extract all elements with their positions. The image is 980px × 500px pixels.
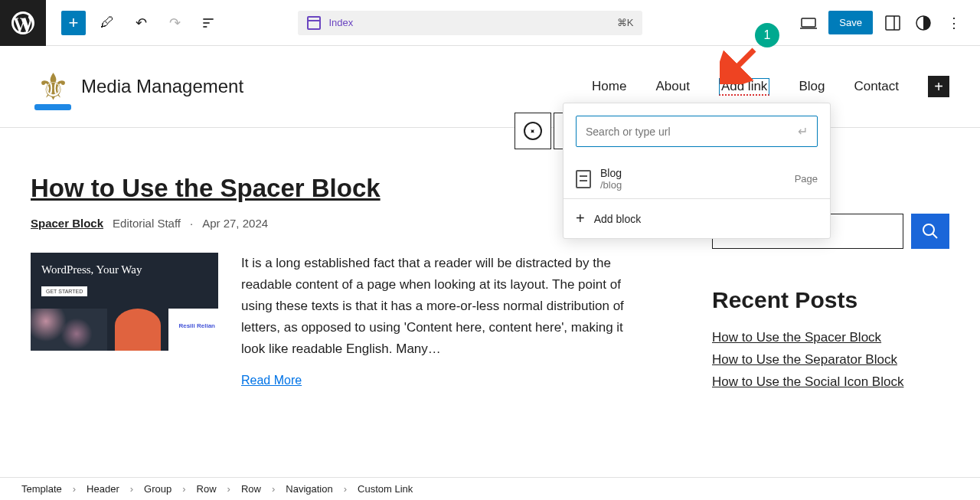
svg-line-9: [727, 50, 754, 77]
site-title[interactable]: Media Management: [81, 76, 243, 97]
add-block-label: Add block: [594, 213, 641, 225]
toolbar-left-group: + 🖊 ↶ ↷: [46, 11, 220, 35]
chevron-right-icon: ›: [344, 483, 347, 495]
thumb-card-text: Resili Relian: [178, 322, 215, 329]
link-search-input[interactable]: [586, 126, 798, 138]
site-brand: Media Management: [31, 64, 243, 109]
breadcrumb-item[interactable]: Group: [144, 483, 172, 495]
sidebar-recent-title: Recent Posts: [712, 287, 949, 313]
post-thumbnail[interactable]: WordPress, Your Way GET STARTED Resili R…: [31, 253, 218, 351]
view-device-icon[interactable]: [798, 12, 819, 34]
site-header: Media Management Home About Add link Blo…: [0, 46, 980, 128]
command-shortcut: ⌘K: [617, 17, 634, 28]
page-icon: [576, 170, 591, 188]
plus-icon: +: [576, 210, 585, 227]
toolbar-right-group: Save ⋮: [798, 11, 980, 34]
chevron-right-icon: ›: [272, 483, 275, 495]
save-button[interactable]: Save: [828, 11, 873, 34]
styles-icon[interactable]: [913, 12, 934, 34]
redo-button[interactable]: ↷: [162, 11, 187, 35]
breadcrumb-item[interactable]: Header: [87, 483, 119, 495]
recent-post-link[interactable]: How to Use the Spacer Block: [712, 327, 949, 349]
svg-line-11: [933, 234, 937, 238]
popover-add-block[interactable]: + Add block: [564, 199, 830, 238]
svg-point-10: [923, 224, 934, 235]
chevron-right-icon: ›: [130, 483, 133, 495]
page-content: How to Use the Spacer Block Spacer Block…: [0, 128, 980, 394]
thumb-heading: WordPress, Your Way: [41, 263, 142, 276]
read-more-link[interactable]: Read More: [241, 374, 302, 387]
list-view-icon[interactable]: [196, 11, 220, 35]
post-author: Editorial Staff: [113, 217, 181, 230]
recent-post-link[interactable]: How to Use the Social Icon Block: [712, 371, 949, 394]
suggestion-slug: /blog: [600, 179, 622, 191]
post-excerpt: It is a long established fact that a rea…: [241, 253, 624, 360]
inserter-toggle-button[interactable]: +: [61, 11, 86, 35]
chevron-right-icon: ›: [227, 483, 230, 495]
editor-topbar: + 🖊 ↶ ↷ Index ⌘K Save ⋮: [0, 0, 980, 46]
block-toolbar: ✦: [514, 113, 565, 149]
breadcrumb-item[interactable]: Row: [241, 483, 261, 495]
sidebar-search-button[interactable]: [911, 214, 949, 249]
site-navigation: Home About Add link Blog Contact +: [592, 76, 949, 97]
svg-rect-5: [886, 16, 900, 30]
link-suggestion-item[interactable]: Blog /blog Page: [564, 159, 830, 198]
annotation-arrow-icon: [720, 46, 758, 84]
document-bar[interactable]: Index ⌘K: [298, 11, 642, 35]
block-breadcrumb: Template› Header› Group› Row› Row› Navig…: [0, 477, 980, 500]
link-search-box: ↵: [576, 116, 818, 147]
more-options-icon[interactable]: ⋮: [943, 12, 965, 34]
link-search-wrapper: ↵: [564, 103, 830, 159]
nav-item-home[interactable]: Home: [592, 79, 626, 94]
template-icon: [307, 16, 321, 30]
undo-button[interactable]: ↶: [129, 11, 153, 35]
breadcrumb-item[interactable]: Template: [21, 483, 62, 495]
chevron-right-icon: ›: [182, 483, 185, 495]
block-type-compass-icon[interactable]: ✦: [514, 113, 551, 149]
suggestion-type: Page: [795, 173, 818, 185]
annotation-badge-1: 1: [755, 23, 779, 47]
nav-item-blog[interactable]: Blog: [799, 79, 825, 94]
enter-icon: ↵: [798, 124, 808, 139]
wordpress-logo[interactable]: [0, 0, 46, 46]
post-date: Apr 27, 2024: [202, 217, 268, 230]
link-popover: ↵ Blog /blog Page + Add block: [563, 103, 831, 239]
site-logo[interactable]: [31, 64, 75, 109]
recent-post-link[interactable]: How to Use the Separator Block: [712, 349, 949, 371]
recent-posts-list: How to Use the Spacer Block How to Use t…: [712, 327, 949, 394]
svg-rect-3: [802, 18, 815, 27]
post-body: WordPress, Your Way GET STARTED Resili R…: [31, 253, 666, 387]
post-category[interactable]: Spacer Block: [31, 217, 103, 230]
edit-tool-icon[interactable]: 🖊: [95, 11, 119, 35]
thumb-cta: GET STARTED: [41, 286, 87, 296]
settings-panel-icon[interactable]: [882, 12, 903, 34]
nav-item-contact[interactable]: Contact: [854, 79, 899, 94]
document-name: Index: [328, 17, 353, 28]
breadcrumb-item[interactable]: Row: [197, 483, 217, 495]
append-block-button[interactable]: +: [928, 76, 949, 97]
search-icon: [921, 222, 939, 240]
breadcrumb-item[interactable]: Custom Link: [358, 483, 413, 495]
breadcrumb-item[interactable]: Navigation: [286, 483, 332, 495]
chevron-right-icon: ›: [73, 483, 76, 495]
nav-item-about[interactable]: About: [655, 79, 689, 94]
suggestion-name: Blog: [600, 167, 622, 179]
